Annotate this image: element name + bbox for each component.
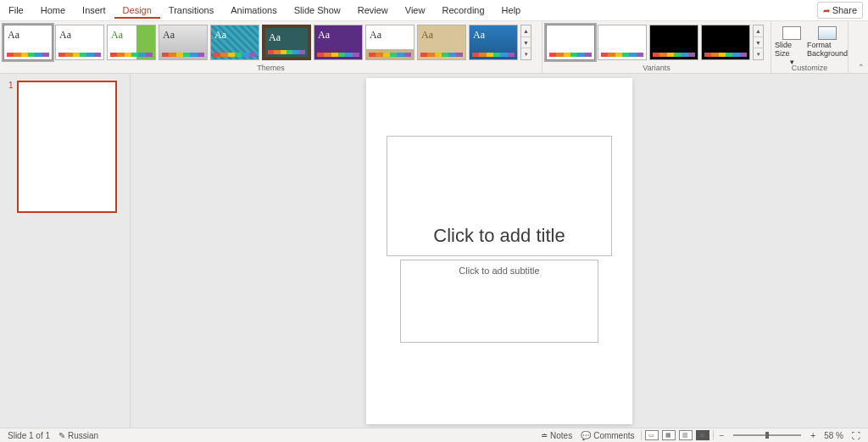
chevron-down-icon: ▼ (521, 37, 531, 49)
slide-counter[interactable]: Slide 1 of 1 (3, 428, 54, 442)
language-status[interactable]: ✎ Russian (54, 428, 103, 442)
variants-gallery: ▲▼▾ (546, 25, 767, 60)
title-placeholder[interactable]: Click to add title (387, 136, 612, 256)
slide-size-icon (782, 26, 801, 40)
zoom-slider[interactable] (733, 434, 801, 436)
menu-animations[interactable]: Animations (222, 2, 285, 19)
status-bar: Slide 1 of 1 ✎ Russian ≐ Notes 💬 Comment… (0, 428, 868, 442)
menu-help[interactable]: Help (493, 2, 530, 19)
variant-thumb[interactable] (649, 25, 698, 60)
reading-view-button[interactable]: ▥ (679, 430, 693, 440)
comments-button[interactable]: 💬 Comments (576, 428, 638, 442)
variants-group-label: Variants (542, 64, 771, 72)
menu-slideshow[interactable]: Slide Show (286, 2, 349, 19)
spellcheck-icon: ✎ (58, 431, 65, 440)
theme-thumb[interactable]: Aa (365, 25, 415, 60)
variant-thumb[interactable] (598, 25, 647, 60)
slide-canvas[interactable]: Click to add title Click to add subtitle (366, 78, 632, 424)
variant-thumb[interactable] (701, 25, 750, 60)
menu-insert[interactable]: Insert (74, 2, 114, 19)
customize-group-label: Customize (771, 64, 848, 72)
customize-group: Slide Size▾ Format Background Customize (771, 21, 849, 73)
variants-gallery-more[interactable]: ▲▼▾ (753, 25, 764, 60)
menu-view[interactable]: View (397, 2, 434, 19)
menubar: File Home Insert Design Transitions Anim… (0, 0, 868, 21)
fit-icon: ⛶ (852, 431, 860, 440)
slide-number: 1 (8, 81, 14, 213)
slide-editor[interactable]: Click to add title Click to add subtitle (131, 74, 868, 428)
theme-thumb[interactable]: Aa (3, 25, 53, 60)
theme-thumb[interactable]: Aa (55, 25, 104, 60)
menu-design[interactable]: Design (114, 2, 160, 19)
slideshow-view-button[interactable]: ▣ (696, 430, 709, 440)
themes-gallery-more[interactable]: ▲▼▾ (520, 25, 531, 60)
comments-icon: 💬 (581, 431, 591, 440)
slide-sorter-view-button[interactable]: ▦ (662, 430, 676, 440)
notes-button[interactable]: ≐ Notes (537, 428, 576, 442)
slide-size-button[interactable]: Slide Size▾ (775, 26, 809, 67)
variant-thumb[interactable] (546, 25, 595, 60)
theme-thumb[interactable]: Aa (262, 25, 311, 60)
chevron-up-icon: ▲ (754, 25, 763, 37)
theme-thumb[interactable]: Aa (417, 25, 466, 60)
zoom-in-button[interactable]: + (806, 428, 820, 442)
notes-icon: ≐ (541, 431, 548, 440)
share-label: Share (832, 5, 857, 15)
slide-thumbnail[interactable] (17, 81, 117, 213)
themes-gallery: Aa Aa Aa Aa Aa Aa Aa Aa Aa Aa ▲▼▾ (3, 25, 538, 60)
normal-view-button[interactable]: ▭ (645, 430, 659, 440)
zoom-slider-knob[interactable] (765, 432, 769, 439)
format-background-icon (818, 26, 837, 40)
zoom-level[interactable]: 58 % (820, 428, 848, 442)
subtitle-placeholder[interactable]: Click to add subtitle (400, 260, 598, 343)
menu-recording[interactable]: Recording (433, 2, 492, 19)
menu-transitions[interactable]: Transitions (160, 2, 222, 19)
themes-group: Aa Aa Aa Aa Aa Aa Aa Aa Aa Aa ▲▼▾ Themes (0, 21, 542, 73)
share-button[interactable]: ➦ Share (817, 2, 863, 19)
zoom-out-button[interactable]: − (715, 428, 729, 442)
dropdown-icon: ▾ (754, 48, 763, 59)
work-area: 1 Click to add title Click to add subtit… (0, 74, 868, 428)
themes-group-label: Themes (0, 64, 542, 72)
share-icon: ➦ (823, 6, 830, 15)
theme-thumb[interactable]: Aa (210, 25, 259, 60)
variants-group: ▲▼▾ Variants (542, 21, 771, 73)
chevron-down-icon: ▼ (754, 37, 763, 49)
fit-to-window-button[interactable]: ⛶ (848, 428, 865, 442)
collapse-ribbon-button[interactable]: ⌃ (858, 63, 865, 71)
chevron-up-icon: ▲ (521, 25, 531, 37)
theme-thumb[interactable]: Aa (107, 25, 156, 60)
slide-thumbnail-row: 1 (8, 81, 121, 213)
theme-thumb[interactable]: Aa (159, 25, 208, 60)
format-background-button[interactable]: Format Background (810, 26, 844, 67)
menu-file[interactable]: File (0, 2, 32, 19)
dropdown-icon: ▾ (521, 48, 531, 59)
menu-home[interactable]: Home (32, 2, 74, 19)
menu-review[interactable]: Review (349, 2, 397, 19)
slide-panel[interactable]: 1 (0, 74, 131, 428)
design-ribbon: Aa Aa Aa Aa Aa Aa Aa Aa Aa Aa ▲▼▾ Themes… (0, 21, 868, 74)
theme-thumb[interactable]: Aa (314, 25, 363, 60)
theme-thumb[interactable]: Aa (469, 25, 518, 60)
